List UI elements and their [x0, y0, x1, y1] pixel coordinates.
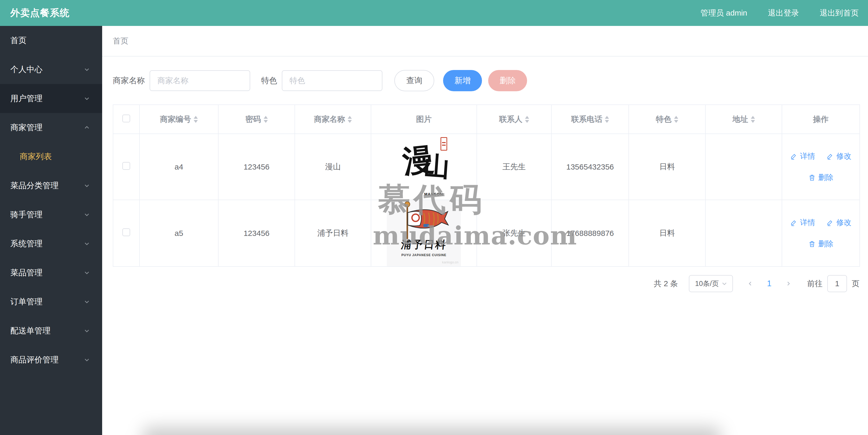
chevron-down-icon — [83, 356, 91, 364]
chevron-up-icon — [83, 124, 91, 131]
sidebar-item-delivery-management[interactable]: 配送单管理 — [0, 316, 102, 345]
chevron-down-icon — [83, 182, 91, 189]
cell-image: 漫 山 MANSON — [371, 134, 477, 200]
column-header-password[interactable]: 密码 — [218, 105, 295, 134]
feature-input[interactable] — [282, 70, 382, 91]
logo-credit: kanlogo.cn — [442, 260, 458, 264]
add-button[interactable]: 新增 — [443, 70, 482, 91]
chevron-down-icon — [83, 269, 91, 277]
chevron-down-icon — [83, 240, 91, 248]
trash-icon — [808, 174, 816, 181]
column-header-contact[interactable]: 联系人 — [477, 105, 552, 134]
cell-feature: 日料 — [629, 134, 706, 200]
select-all-checkbox[interactable] — [122, 115, 130, 122]
sidebar-item-home[interactable]: 首页 — [0, 26, 102, 55]
column-label: 联系人 — [499, 114, 522, 125]
cell-password: 123456 — [218, 134, 295, 200]
search-button[interactable]: 查询 — [394, 70, 434, 91]
link-label: 修改 — [836, 218, 851, 228]
total-count: 共 2 条 — [654, 278, 678, 289]
column-header-feature[interactable]: 特色 — [629, 105, 706, 134]
chevron-right-icon — [785, 280, 792, 287]
sidebar-item-review-management[interactable]: 商品评价管理 — [0, 345, 102, 374]
current-page[interactable]: 1 — [764, 279, 774, 288]
table-row: a5 123456 浦予日料 — [113, 200, 860, 267]
sort-icon[interactable] — [264, 116, 268, 123]
page-suffix-label: 页 — [852, 278, 860, 289]
sidebar: 首页 个人中心 用户管理 商家管理 商家列表 菜品分类管理 骑手管理 系统管理 … — [0, 26, 102, 435]
sidebar-item-personal-center[interactable]: 个人中心 — [0, 55, 102, 84]
cell-merchant-id: a4 — [140, 134, 218, 200]
header-admin-user[interactable]: 管理员 admin — [701, 8, 747, 19]
logo-char: 山 — [423, 152, 451, 180]
prev-page-button[interactable] — [745, 280, 755, 287]
sort-icon[interactable] — [605, 116, 609, 123]
sort-icon[interactable] — [194, 116, 198, 123]
chevron-down-icon — [720, 280, 728, 287]
chevron-left-icon — [746, 280, 754, 287]
merchant-table: 商家编号 密码 商家名称 图片 联系人 — [113, 104, 860, 267]
exit-to-home-button[interactable]: 退出到首页 — [820, 8, 859, 19]
logo-subtitle: PUYU JAPANESE CUISINE — [401, 253, 446, 257]
chevron-down-icon — [83, 327, 91, 335]
sort-icon[interactable] — [525, 116, 529, 123]
goto-page-input[interactable] — [827, 275, 847, 292]
column-label: 商家名称 — [314, 114, 345, 125]
breadcrumb-home[interactable]: 首页 — [113, 36, 128, 46]
sidebar-item-label: 用户管理 — [10, 93, 42, 104]
sidebar-item-system-management[interactable]: 系统管理 — [0, 229, 102, 258]
row-checkbox[interactable] — [122, 162, 130, 170]
sidebar-item-merchant-list-active[interactable]: 商家列表 — [0, 142, 102, 171]
edit-pencil-icon — [790, 153, 798, 160]
sort-icon[interactable] — [674, 116, 678, 123]
column-header-address[interactable]: 地址 — [706, 105, 782, 134]
page-size-value: 10条/页 — [695, 279, 719, 288]
sidebar-item-merchant-management[interactable]: 商家管理 — [0, 113, 102, 142]
sidebar-item-label: 订单管理 — [10, 296, 42, 307]
cell-password: 123456 — [218, 200, 295, 267]
sidebar-item-user-management[interactable]: 用户管理 — [0, 84, 102, 113]
sidebar-item-label: 系统管理 — [10, 238, 42, 249]
cell-actions: 详情 修改 删除 — [782, 134, 860, 200]
delete-link[interactable]: 删除 — [808, 239, 833, 249]
cell-phone: 17688889876 — [552, 200, 629, 267]
edit-link[interactable]: 修改 — [827, 218, 851, 228]
detail-link[interactable]: 详情 — [790, 151, 815, 161]
column-header-merchant-name[interactable]: 商家名称 — [295, 105, 371, 134]
next-page-button[interactable] — [783, 280, 794, 287]
sidebar-item-order-management[interactable]: 订单管理 — [0, 287, 102, 316]
sort-icon[interactable] — [348, 116, 352, 123]
cell-merchant-name: 浦予日料 — [295, 200, 371, 267]
merchant-name-input[interactable] — [150, 70, 250, 91]
row-checkbox[interactable] — [122, 228, 130, 236]
column-label: 地址 — [733, 114, 748, 125]
logout-button[interactable]: 退出登录 — [768, 8, 799, 19]
sidebar-item-rider-management[interactable]: 骑手管理 — [0, 200, 102, 229]
page-size-select[interactable]: 10条/页 — [689, 275, 733, 292]
sidebar-item-label: 商品评价管理 — [10, 354, 59, 365]
sidebar-item-label: 骑手管理 — [10, 209, 42, 220]
sidebar-item-dish-management[interactable]: 菜品管理 — [0, 258, 102, 287]
sort-icon[interactable] — [751, 116, 755, 123]
column-header-phone[interactable]: 联系电话 — [552, 105, 629, 134]
main-content: 首页 商家名称 特色 查询 新增 删除 商家编号 — [102, 26, 868, 435]
link-label: 详情 — [800, 151, 815, 161]
koinobori-carp-flag-icon — [393, 200, 455, 239]
link-label: 详情 — [800, 218, 815, 228]
delete-link[interactable]: 删除 — [808, 173, 833, 183]
logo-title: 浦予日料 — [400, 238, 447, 252]
merchant-logo-manshan: 漫 山 MANSON — [398, 137, 450, 197]
delete-button-disabled[interactable]: 删除 — [488, 70, 527, 91]
goto-label: 前往 — [807, 278, 823, 289]
chevron-down-icon — [83, 211, 91, 219]
table-row: a4 123456 漫山 漫 山 MANSON 王先生 13565432356 … — [113, 134, 860, 200]
header-actions: 管理员 admin 退出登录 退出到首页 — [701, 8, 859, 19]
sidebar-item-dish-category-management[interactable]: 菜品分类管理 — [0, 171, 102, 200]
column-label: 联系电话 — [571, 114, 602, 125]
detail-link[interactable]: 详情 — [790, 218, 815, 228]
link-label: 修改 — [836, 151, 851, 161]
sidebar-item-label: 菜品管理 — [10, 267, 42, 278]
cell-contact: 王先生 — [477, 134, 552, 200]
column-header-merchant-id[interactable]: 商家编号 — [140, 105, 218, 134]
edit-link[interactable]: 修改 — [827, 151, 851, 161]
